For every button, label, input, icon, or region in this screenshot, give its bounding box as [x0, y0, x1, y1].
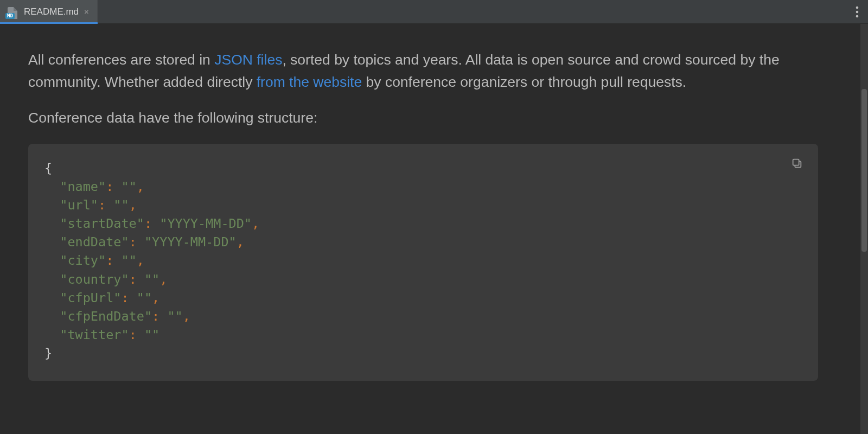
code-line: "twitter": "" [44, 326, 802, 344]
scrollbar-thumb[interactable] [861, 89, 867, 252]
markdown-preview: All conferences are stored in JSON files… [0, 24, 860, 403]
code-content: {"name": "","url": "","startDate": "YYYY… [44, 159, 802, 362]
code-block: {"name": "","url": "","startDate": "YYYY… [28, 144, 818, 381]
text: All conferences are stored in [28, 52, 214, 68]
svg-point-2 [856, 15, 859, 17]
tab-readme[interactable]: MD README.md × [0, 0, 98, 23]
code-line: "city": "", [44, 251, 802, 270]
json-files-link[interactable]: JSON files [214, 52, 282, 68]
svg-point-0 [856, 6, 859, 9]
code-line: } [44, 344, 802, 362]
code-line: "country": "", [44, 270, 802, 289]
structure-heading: Conference data have the following struc… [28, 110, 832, 126]
svg-point-1 [856, 10, 859, 13]
more-options-button[interactable] [846, 0, 868, 23]
code-line: "endDate": "YYYY-MM-DD", [44, 233, 802, 251]
copy-icon[interactable] [791, 156, 805, 170]
code-line: { [44, 159, 802, 177]
svg-rect-4 [793, 159, 799, 165]
intro-paragraph: All conferences are stored in JSON files… [28, 49, 832, 93]
code-line: "name": "", [44, 177, 802, 196]
code-line: "url": "", [44, 196, 802, 214]
tab-title: README.md [24, 7, 79, 17]
close-icon[interactable]: × [83, 7, 90, 17]
text: by conference organizers or through pull… [362, 74, 686, 90]
from-website-link[interactable]: from the website [257, 74, 362, 90]
code-line: "cfpUrl": "", [44, 289, 802, 307]
code-line: "startDate": "YYYY-MM-DD", [44, 214, 802, 233]
markdown-file-icon: MD [5, 5, 20, 19]
tab-bar: MD README.md × [0, 0, 868, 24]
code-line: "cfpEndDate": "", [44, 307, 802, 326]
vertical-scrollbar[interactable] [860, 24, 868, 434]
